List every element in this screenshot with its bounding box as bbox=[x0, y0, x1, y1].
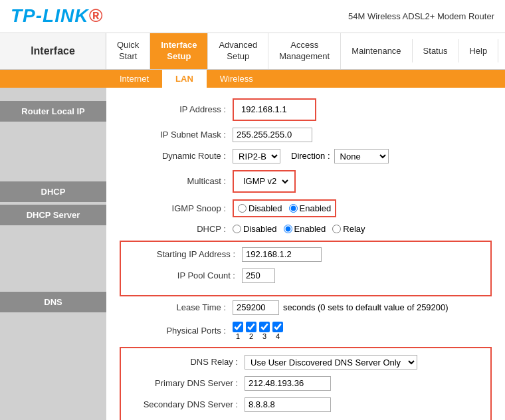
dhcp-disabled-radio[interactable] bbox=[233, 225, 241, 233]
primary-dns-label: Primary DNS Server : bbox=[132, 378, 245, 388]
igmp-snoop-radio-group: Disabled Enabled bbox=[238, 203, 331, 213]
lease-time-row: Lease Time : seconds (0 sets to default … bbox=[120, 300, 492, 315]
igmp-snoop-enabled-radio[interactable] bbox=[289, 204, 298, 213]
tab-advanced-setup[interactable]: AdvancedSetup bbox=[208, 33, 268, 69]
subnet-mask-control bbox=[233, 128, 312, 142]
multicast-highlight: IGMP v2 IGMP v1 None bbox=[233, 170, 296, 193]
dns-relay-control: Use User Discovered DNS Server Only Use … bbox=[245, 355, 417, 369]
port-4-label: 4 bbox=[276, 332, 280, 340]
dhcp-row: DHCP : Disabled Enabled Relay bbox=[120, 224, 492, 234]
ports-container: 1 2 3 4 bbox=[233, 322, 283, 340]
section-label-dhcp: DHCP bbox=[0, 181, 106, 202]
left-sidebar: Router Local IP DHCP DHCP Server DNS bbox=[0, 88, 106, 420]
section-label-dns: DNS bbox=[0, 292, 106, 312]
dhcp-enabled-radio[interactable] bbox=[284, 225, 292, 233]
port-2: 2 bbox=[246, 322, 256, 340]
starting-ip-input[interactable] bbox=[242, 247, 322, 262]
starting-ip-row: Starting IP Address : bbox=[129, 247, 482, 262]
igmp-snoop-disabled-radio[interactable] bbox=[238, 204, 247, 213]
secondary-dns-control bbox=[245, 397, 331, 412]
igmp-snoop-enabled-label[interactable]: Enabled bbox=[289, 203, 332, 213]
port-3: 3 bbox=[259, 322, 270, 340]
dhcp-disabled-label[interactable]: Disabled bbox=[233, 224, 277, 234]
lease-time-label: Lease Time : bbox=[120, 302, 233, 312]
ip-address-row: IP Address : bbox=[120, 98, 492, 121]
ip-address-highlight bbox=[233, 98, 316, 121]
main-content: IP Address : IP Subnet Mask : Dynamic Ro… bbox=[106, 88, 505, 420]
dynamic-route-row: Dynamic Route : RIP2-B RIP1 RIP2-A None … bbox=[120, 149, 492, 163]
multicast-row: Multicast : IGMP v2 IGMP v1 None bbox=[120, 170, 492, 193]
sidebar-dns: DNS bbox=[0, 292, 106, 312]
sidebar-dhcp: DHCP bbox=[0, 181, 106, 202]
igmp-snoop-disabled-label[interactable]: Disabled bbox=[238, 203, 282, 213]
subnet-mask-input[interactable] bbox=[233, 128, 312, 142]
port-2-checkbox[interactable] bbox=[246, 322, 256, 332]
lease-time-suffix: seconds (0 sets to default value of 2592… bbox=[283, 302, 449, 312]
dhcp-control: Disabled Enabled Relay bbox=[233, 224, 365, 234]
igmp-snoop-highlight: Disabled Enabled bbox=[233, 199, 336, 217]
ip-address-input[interactable] bbox=[238, 102, 311, 117]
section-label-router-local-ip: Router Local IP bbox=[0, 101, 106, 122]
sidebar-label: Interface bbox=[0, 33, 106, 69]
direction-label: Direction : bbox=[291, 151, 330, 161]
primary-dns-control bbox=[245, 376, 331, 391]
tab-access-management[interactable]: AccessManagement bbox=[268, 33, 341, 69]
dynamic-route-select[interactable]: RIP2-B RIP1 RIP2-A None bbox=[233, 149, 280, 163]
dns-section: DNS Relay : Use User Discovered DNS Serv… bbox=[120, 347, 492, 420]
secondary-dns-label: Secondary DNS Server : bbox=[132, 399, 245, 409]
multicast-select[interactable]: IGMP v2 IGMP v1 None bbox=[238, 174, 290, 189]
port-2-label: 2 bbox=[249, 332, 253, 340]
ip-pool-label: IP Pool Count : bbox=[129, 270, 242, 280]
dns-relay-row: DNS Relay : Use User Discovered DNS Serv… bbox=[132, 355, 480, 369]
ip-address-label: IP Address : bbox=[120, 104, 233, 114]
lease-time-control: seconds (0 sets to default value of 2592… bbox=[233, 300, 449, 315]
direction-select[interactable]: None Both In Only Out Only bbox=[334, 149, 389, 163]
dhcp-server-highlight: Starting IP Address : IP Pool Count : bbox=[120, 241, 492, 296]
igmp-snoop-row: IGMP Snoop : Disabled Enabled bbox=[120, 199, 492, 217]
lease-time-input[interactable] bbox=[233, 300, 279, 315]
subtab-wireless[interactable]: Wireless bbox=[207, 70, 266, 88]
dhcp-relay-radio[interactable] bbox=[332, 225, 341, 233]
ip-pool-control bbox=[242, 268, 275, 283]
dhcp-enabled-label[interactable]: Enabled bbox=[284, 224, 326, 234]
starting-ip-control bbox=[242, 247, 322, 262]
tab-interface-setup[interactable]: InterfaceSetup bbox=[150, 33, 208, 69]
tab-status[interactable]: Status bbox=[413, 39, 459, 62]
dhcp-label: DHCP : bbox=[120, 224, 233, 234]
sidebar-dhcp-server: DHCP Server bbox=[0, 205, 106, 225]
tab-maintenance[interactable]: Maintenance bbox=[341, 39, 412, 62]
starting-ip-label: Starting IP Address : bbox=[129, 249, 242, 259]
tab-help[interactable]: Help bbox=[458, 39, 498, 62]
multicast-label: Multicast : bbox=[120, 176, 233, 186]
port-1-label: 1 bbox=[236, 332, 240, 340]
sub-nav: Internet LAN Wireless bbox=[0, 70, 505, 88]
multicast-control: IGMP v2 IGMP v1 None bbox=[233, 170, 296, 193]
model-text: 54M Wireless ADSL2+ Modem Router bbox=[348, 11, 494, 21]
subnet-mask-label: IP Subnet Mask : bbox=[120, 130, 233, 140]
port-1: 1 bbox=[233, 322, 243, 340]
secondary-dns-row: Secondary DNS Server : bbox=[132, 397, 480, 412]
ip-pool-input[interactable] bbox=[242, 268, 275, 283]
primary-dns-row: Primary DNS Server : bbox=[132, 376, 480, 391]
port-4: 4 bbox=[272, 322, 283, 340]
dns-box: DNS Relay : Use User Discovered DNS Serv… bbox=[120, 347, 492, 420]
port-1-checkbox[interactable] bbox=[233, 322, 243, 332]
subtab-internet[interactable]: Internet bbox=[106, 70, 162, 88]
tab-quick-start[interactable]: QuickStart bbox=[106, 33, 150, 69]
physical-ports-label: Physical Ports : bbox=[120, 326, 233, 336]
port-3-checkbox[interactable] bbox=[259, 322, 270, 332]
sidebar-router-local-ip: Router Local IP bbox=[0, 101, 106, 122]
igmp-snoop-control: Disabled Enabled bbox=[233, 199, 336, 217]
dns-relay-select[interactable]: Use User Discovered DNS Server Only Use … bbox=[245, 355, 417, 369]
primary-dns-input[interactable] bbox=[245, 376, 331, 391]
subtab-lan[interactable]: LAN bbox=[162, 70, 207, 88]
section-label-dhcp-server: DHCP Server bbox=[0, 205, 106, 225]
dhcp-relay-label[interactable]: Relay bbox=[332, 224, 365, 234]
header: TP-LINK® 54M Wireless ADSL2+ Modem Route… bbox=[0, 0, 505, 33]
ip-address-control bbox=[233, 98, 316, 121]
dynamic-route-control: RIP2-B RIP1 RIP2-A None Direction : None… bbox=[233, 149, 389, 163]
logo-reg: ® bbox=[88, 5, 103, 26]
secondary-dns-input[interactable] bbox=[245, 397, 331, 412]
subnet-mask-row: IP Subnet Mask : bbox=[120, 128, 492, 142]
port-4-checkbox[interactable] bbox=[272, 322, 283, 332]
